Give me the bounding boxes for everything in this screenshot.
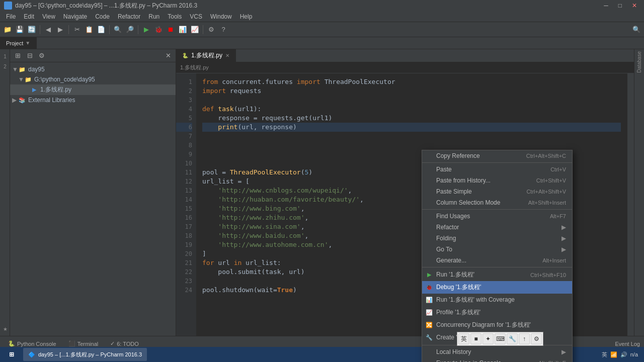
ctx-execute-console[interactable]: Execute Line in Console Alt+Shift+E [422,357,572,362]
ctx-sep-3 [422,267,572,267]
ctx-profile[interactable]: 📈 Profile '1.多线程' [422,306,572,319]
editor-tab-main[interactable]: 🐍 1.多线程.py ✕ [176,49,236,62]
toolbar-sync-btn[interactable]: 🔄 [26,24,37,35]
menu-view[interactable]: View [38,12,59,21]
menu-file[interactable]: File [2,12,20,21]
ctx-shortcut: Ctrl+Alt+Shift+V [526,189,566,195]
menu-navigate[interactable]: Navigate [59,12,91,21]
toolbar-search-everywhere-btn[interactable]: 🔍 [631,24,642,35]
toolbar-debug-btn[interactable]: 🐞 [153,24,164,35]
ctx-label: Paste from History... [436,177,491,184]
taskbar-app-label: day95 – [...1.多线程.py – PyCharm 2016.3 [38,351,142,358]
toolbar-sep-4 [138,25,138,34]
terminal-icon: ⬛ [68,340,75,347]
left-strip-btn-2[interactable]: 2 [0,61,10,71]
toolbar-help-btn[interactable]: ? [218,24,229,35]
project-tabs: Project ▼ [0,37,644,49]
ctx-paste[interactable]: Paste Ctrl+V [422,164,572,175]
toolbar-copy-btn[interactable]: 📋 [84,24,95,35]
close-button[interactable]: ✕ [629,2,640,9]
ctx-label: Find Usages [436,213,470,220]
toolbar-project-btn[interactable]: 📁 [2,24,13,35]
toolbar-settings-btn[interactable]: ⚙ [206,24,217,35]
tab-close-btn[interactable]: ✕ [225,53,229,58]
menu-tools[interactable]: Tools [164,12,186,21]
menu-bar: File Edit View Navigate Code Refactor Ru… [0,11,644,22]
ime-toolbar: 英 ■ ✦ ⌨ 🔧 ↑ ⚙ [457,332,543,346]
toolbar-stop-btn[interactable]: ⏹ [165,24,176,35]
sidebar-settings-btn[interactable]: ⚙ [36,50,47,61]
sidebar-close-btn[interactable]: ✕ [163,50,174,61]
favorites-btn[interactable]: ★ [0,324,10,334]
menu-help[interactable]: Help [236,12,257,21]
tree-item-day95[interactable]: ▼ 📁 day95 [10,64,176,74]
tray-volume-icon: 🔊 [620,351,627,358]
ime-fullwidth-btn[interactable]: ■ [470,333,481,344]
window-title: day95 – [G:\python_code\day95] – ...1.多线… [15,2,197,10]
ctx-generate[interactable]: Generate... Alt+Insert [422,255,572,266]
ctx-concurrency[interactable]: 🔀 Concurrency Diagram for '1.多线程' [422,319,572,331]
ctx-run-coverage[interactable]: 📊 Run '1.多线程' with Coverage [422,294,572,306]
menu-vcs[interactable]: VCS [186,12,206,21]
ctx-column-selection[interactable]: Column Selection Mode Alt+Shift+Insert [422,197,572,208]
ctx-find-usages[interactable]: Find Usages Alt+F7 [422,211,572,222]
ctx-label: Run '1.多线程' with Coverage [436,296,515,304]
ctx-label: Concurrency Diagram for '1.多线程' [436,321,531,329]
maximize-button[interactable]: □ [615,2,625,9]
menu-refactor[interactable]: Refactor [114,12,144,21]
right-scrollbar[interactable] [627,73,634,336]
sidebar-collapse-btn[interactable]: ⊟ [24,50,35,61]
taskbar-app-pycharm[interactable]: 🔷 day95 – [...1.多线程.py – PyCharm 2016.3 [23,348,147,361]
menu-window[interactable]: Window [206,12,236,21]
ctx-shortcut: Ctrl+Alt+Shift+C [526,153,566,159]
tree-item-path[interactable]: ▼ 📁 G:\python_code\day95 [10,74,176,84]
ctx-label: Debug '1.多线程' [436,283,481,292]
python-console-label: Python Console [17,341,56,347]
ime-chinese-btn[interactable]: 英 [458,333,469,344]
left-sidebar-strip: 1 2 ★ [0,49,10,336]
toolbar-profile-btn[interactable]: 📈 [189,24,200,35]
toolbar-save-btn[interactable]: 💾 [14,24,25,35]
ctx-refactor[interactable]: Refactor ▶ [422,222,572,233]
tree-item-external[interactable]: ▶ 📚 External Libraries [10,95,176,105]
tree-item-file[interactable]: ▶ 1.多线程.py [10,84,176,95]
ctx-sep-1 [422,162,572,163]
database-label[interactable]: Database [636,51,642,73]
ime-special-btn[interactable]: ✦ [482,333,494,344]
ctx-local-history[interactable]: Local History ▶ [422,346,572,357]
menu-edit[interactable]: Edit [20,12,38,21]
toolbar-search-btn[interactable]: 🔍 [112,24,123,35]
toolbar-forward-btn[interactable]: ▶ [55,24,66,35]
ime-settings-btn[interactable]: 🔧 [507,333,518,344]
ctx-folding[interactable]: Folding ▶ [422,233,572,244]
ctx-run[interactable]: ▶ Run '1.多线程' Ctrl+Shift+F10 [422,268,572,281]
sidebar-expand-btn[interactable]: ⊞ [12,50,23,61]
python-console-icon: 🐍 [8,340,15,347]
ctx-copy-reference[interactable]: Copy Reference Ctrl+Alt+Shift+C [422,150,572,161]
toolbar-cut-btn[interactable]: ✂ [71,24,83,35]
menu-run[interactable]: Run [144,12,164,21]
start-button[interactable]: ⊞ [2,348,21,361]
ctx-paste-history[interactable]: Paste from History... Ctrl+Shift+V [422,175,572,186]
tray-ime-indicator[interactable]: 英 [602,351,607,358]
left-strip-btn-1[interactable]: 1 [0,51,10,61]
ctx-paste-simple[interactable]: Paste Simple Ctrl+Alt+Shift+V [422,186,572,197]
toolbar-replace-btn[interactable]: 🔎 [124,24,135,35]
minimize-button[interactable]: ─ [601,2,611,9]
toolbar-back-btn[interactable]: ◀ [43,24,54,35]
ctx-debug[interactable]: 🐞 Debug '1.多线程' [422,281,572,294]
ime-up-btn[interactable]: ↑ [519,333,530,344]
todo-icon: ✓ [110,340,115,347]
event-log-label[interactable]: Event Log [615,341,640,347]
tree-label: G:\python_code\day95 [34,76,95,83]
ctx-go-to[interactable]: Go To ▶ [422,244,572,255]
menu-code[interactable]: Code [91,12,114,21]
toolbar-run-btn[interactable]: ▶ [141,24,152,35]
terminal-label: Terminal [77,341,99,347]
ime-gear-btn[interactable]: ⚙ [531,333,542,344]
project-tab[interactable]: Project ▼ [0,37,37,49]
toolbar-paste-btn[interactable]: 📄 [96,24,107,35]
toolbar-coverage-btn[interactable]: 📊 [177,24,188,35]
ime-keyboard-btn[interactable]: ⌨ [495,333,506,344]
ctx-label: Profile '1.多线程' [436,308,480,317]
